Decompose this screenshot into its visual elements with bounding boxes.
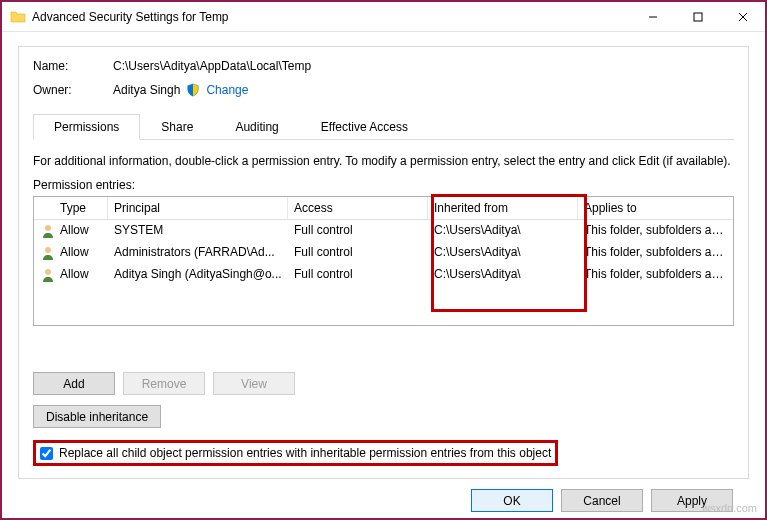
replace-entries-row[interactable]: Replace all child object permission entr… (33, 440, 558, 466)
user-icon (34, 221, 54, 241)
maximize-button[interactable] (675, 2, 720, 31)
inheritance-buttons: Disable inheritance (33, 405, 734, 428)
dialog-window: Advanced Security Settings for Temp Name… (0, 0, 767, 520)
shield-icon (186, 83, 200, 97)
table-row[interactable]: AllowAdministrators (FARRAD\Ad...Full co… (34, 242, 733, 264)
table-header: Type Principal Access Inherited from App… (34, 197, 733, 220)
table-row[interactable]: AllowAditya Singh (AdityaSingh@o...Full … (34, 264, 733, 286)
cell-type: Allow (54, 265, 108, 285)
content-area: Name: C:\Users\Aditya\AppData\Local\Temp… (2, 32, 765, 518)
view-button: View (213, 372, 295, 395)
change-owner-link[interactable]: Change (206, 83, 248, 97)
cell-applies: This folder, subfolders and files (578, 221, 733, 241)
replace-entries-checkbox[interactable] (40, 447, 53, 460)
owner-label: Owner: (33, 83, 113, 97)
tab-share[interactable]: Share (140, 114, 214, 140)
svg-rect-1 (694, 13, 702, 21)
close-button[interactable] (720, 2, 765, 31)
user-icon (34, 265, 54, 285)
col-type[interactable]: Type (54, 197, 108, 219)
entry-buttons: Add Remove View (33, 372, 734, 395)
svg-point-5 (45, 247, 51, 253)
cell-inherited: C:\Users\Aditya\ (428, 265, 578, 285)
cell-principal: Administrators (FARRAD\Ad... (108, 243, 288, 263)
svg-point-6 (45, 269, 51, 275)
name-value: C:\Users\Aditya\AppData\Local\Temp (113, 59, 311, 73)
tab-effective-access[interactable]: Effective Access (300, 114, 429, 140)
name-label: Name: (33, 59, 113, 73)
disable-inheritance-button[interactable]: Disable inheritance (33, 405, 161, 428)
cell-access: Full control (288, 221, 428, 241)
cell-access: Full control (288, 265, 428, 285)
cell-inherited: C:\Users\Aditya\ (428, 221, 578, 241)
owner-row: Owner: Aditya Singh Change (33, 83, 734, 97)
title-bar: Advanced Security Settings for Temp (2, 2, 765, 32)
inner-panel: Name: C:\Users\Aditya\AppData\Local\Temp… (18, 46, 749, 479)
cell-type: Allow (54, 221, 108, 241)
add-button[interactable]: Add (33, 372, 115, 395)
cell-principal: SYSTEM (108, 221, 288, 241)
cell-access: Full control (288, 243, 428, 263)
cell-applies: This folder, subfolders and files (578, 265, 733, 285)
cancel-button[interactable]: Cancel (561, 489, 643, 512)
dialog-footer: OK Cancel Apply (18, 479, 749, 512)
tab-strip: Permissions Share Auditing Effective Acc… (33, 113, 734, 140)
window-title: Advanced Security Settings for Temp (32, 10, 229, 24)
owner-value: Aditya Singh (113, 83, 180, 97)
col-inherited[interactable]: Inherited from (428, 197, 578, 219)
name-row: Name: C:\Users\Aditya\AppData\Local\Temp (33, 59, 734, 73)
window-controls (630, 2, 765, 31)
entries-label: Permission entries: (33, 178, 734, 192)
cell-principal: Aditya Singh (AdityaSingh@o... (108, 265, 288, 285)
col-access[interactable]: Access (288, 197, 428, 219)
cell-applies: This folder, subfolders and files (578, 243, 733, 263)
replace-entries-label: Replace all child object permission entr… (59, 446, 551, 460)
tab-permissions[interactable]: Permissions (33, 114, 140, 140)
col-applies[interactable]: Applies to (578, 197, 733, 219)
tab-auditing[interactable]: Auditing (214, 114, 299, 140)
svg-point-4 (45, 225, 51, 231)
watermark: wsxdn.com (702, 502, 757, 514)
permissions-table[interactable]: Type Principal Access Inherited from App… (33, 196, 734, 326)
minimize-button[interactable] (630, 2, 675, 31)
info-text: For additional information, double-click… (33, 154, 734, 168)
folder-icon (10, 9, 26, 25)
col-principal[interactable]: Principal (108, 197, 288, 219)
ok-button[interactable]: OK (471, 489, 553, 512)
cell-type: Allow (54, 243, 108, 263)
remove-button: Remove (123, 372, 205, 395)
table-row[interactable]: AllowSYSTEMFull controlC:\Users\Aditya\T… (34, 220, 733, 242)
cell-inherited: C:\Users\Aditya\ (428, 243, 578, 263)
user-icon (34, 243, 54, 263)
